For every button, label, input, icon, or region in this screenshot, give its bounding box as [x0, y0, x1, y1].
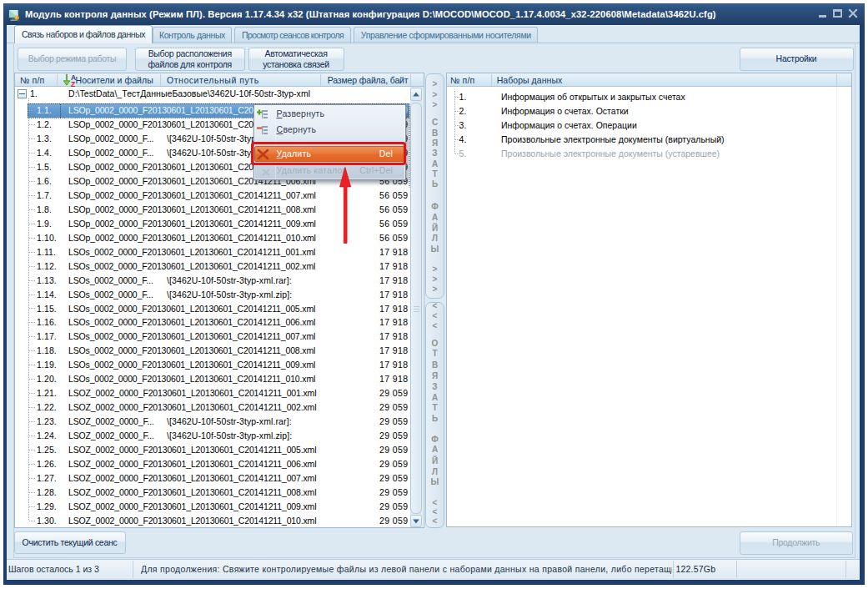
svg-text:Z: Z: [71, 80, 75, 88]
